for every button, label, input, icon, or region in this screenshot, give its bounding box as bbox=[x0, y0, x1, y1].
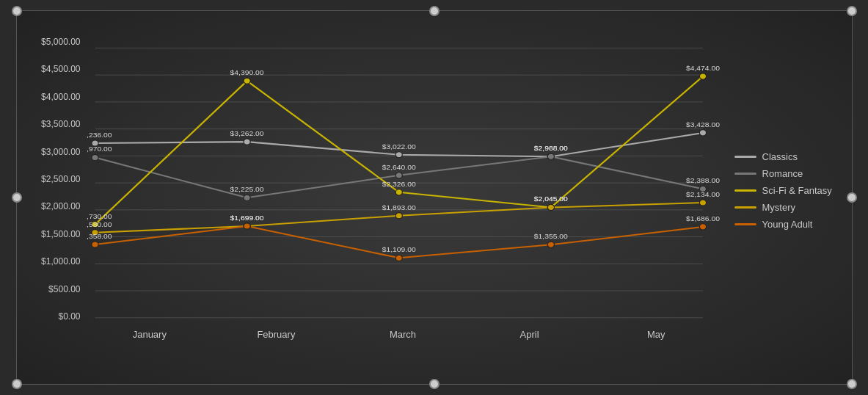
data-label: $1,358.00 bbox=[87, 232, 112, 239]
data-label: $1,355.00 bbox=[533, 233, 568, 240]
data-point bbox=[244, 78, 250, 84]
data-label: $1,893.00 bbox=[382, 203, 416, 211]
data-point bbox=[244, 223, 250, 229]
data-point bbox=[91, 242, 98, 247]
legend-label-text: Mystery bbox=[762, 202, 796, 213]
y-label: $2,500.00 bbox=[41, 174, 80, 184]
data-point bbox=[91, 154, 98, 160]
data-label: $3,236.00 bbox=[87, 131, 112, 138]
corner-ml bbox=[12, 192, 22, 203]
x-label: January bbox=[87, 329, 214, 347]
data-point bbox=[699, 73, 706, 79]
legend-line-color bbox=[734, 223, 756, 225]
legend: ClassicsRomanceSci-Fi & FantasyMysteryYo… bbox=[720, 33, 837, 347]
legend-item: Mystery bbox=[734, 202, 837, 213]
corner-bc bbox=[429, 379, 440, 389]
legend-item: Classics bbox=[734, 151, 837, 162]
data-point bbox=[699, 224, 706, 230]
chart-container: $5,000.00$4,500.00$4,000.00$3,500.00$3,0… bbox=[16, 10, 853, 385]
corner-tl bbox=[12, 6, 22, 16]
data-point bbox=[244, 195, 250, 200]
data-label: $1,730.00 bbox=[87, 212, 112, 220]
data-label: $3,022.00 bbox=[382, 142, 416, 150]
data-point bbox=[547, 242, 554, 247]
data-label: $1,699.00 bbox=[230, 214, 264, 221]
data-point bbox=[699, 130, 706, 136]
x-label: February bbox=[213, 329, 340, 347]
x-label: May bbox=[593, 329, 720, 347]
legend-item: Sci-Fi & Fantasy bbox=[734, 185, 837, 196]
chart-plot-area: $3,236.00$3,262.00$3,022.00$2,988.00$3,4… bbox=[87, 33, 720, 347]
x-label: April bbox=[466, 329, 593, 347]
data-label: $2,970.00 bbox=[87, 145, 112, 153]
data-label: $3,428.00 bbox=[685, 120, 719, 128]
data-point bbox=[395, 189, 402, 195]
data-label: $3,262.00 bbox=[230, 130, 264, 137]
y-label: $2,000.00 bbox=[41, 201, 80, 211]
series-line-sci-fi-&-fantasy bbox=[95, 76, 702, 225]
y-label: $1,500.00 bbox=[41, 229, 80, 239]
x-axis: JanuaryFebruaryMarchAprilMay bbox=[87, 325, 720, 347]
data-point bbox=[699, 200, 706, 206]
data-point bbox=[395, 173, 402, 178]
legend-label-text: Classics bbox=[762, 151, 798, 162]
chart-left: $5,000.00$4,500.00$4,000.00$3,500.00$3,0… bbox=[32, 33, 720, 347]
x-label: March bbox=[340, 329, 467, 347]
legend-line-color bbox=[734, 173, 756, 175]
data-label: $2,134.00 bbox=[685, 190, 719, 198]
y-label: $0.00 bbox=[58, 311, 80, 322]
y-label: $3,500.00 bbox=[41, 119, 80, 129]
data-label: $2,988.00 bbox=[533, 145, 568, 152]
data-label: $2,225.00 bbox=[230, 186, 264, 193]
corner-bl bbox=[12, 379, 22, 389]
corner-br bbox=[847, 379, 857, 389]
data-point bbox=[547, 153, 554, 159]
data-label: $2,388.00 bbox=[685, 177, 719, 184]
y-label: $4,500.00 bbox=[41, 64, 80, 74]
legend-label-text: Romance bbox=[762, 168, 803, 179]
data-point bbox=[395, 255, 402, 261]
y-label: $1,000.00 bbox=[41, 256, 80, 267]
line-chart-svg: $3,236.00$3,262.00$3,022.00$2,988.00$3,4… bbox=[87, 33, 720, 325]
legend-line-color bbox=[734, 206, 756, 209]
data-point bbox=[395, 213, 402, 219]
y-label: $5,000.00 bbox=[41, 37, 80, 47]
y-label: $500.00 bbox=[48, 284, 80, 294]
data-point bbox=[547, 204, 554, 210]
legend-line-color bbox=[734, 189, 756, 192]
corner-tc bbox=[429, 6, 440, 16]
y-label: $3,000.00 bbox=[41, 147, 80, 157]
data-label: $1,686.00 bbox=[685, 214, 719, 222]
data-label: $2,326.00 bbox=[382, 180, 416, 187]
y-label: $4,000.00 bbox=[41, 92, 80, 102]
chart-area: $5,000.00$4,500.00$4,000.00$3,500.00$3,0… bbox=[32, 33, 837, 347]
corner-tr bbox=[847, 6, 857, 16]
data-point bbox=[395, 152, 402, 158]
data-label: $4,474.00 bbox=[685, 64, 719, 71]
data-label: $1,580.00 bbox=[87, 220, 112, 228]
y-axis: $5,000.00$4,500.00$4,000.00$3,500.00$3,0… bbox=[32, 33, 87, 347]
legend-item: Young Adult bbox=[734, 219, 837, 230]
legend-label-text: Sci-Fi & Fantasy bbox=[762, 185, 832, 196]
legend-item: Romance bbox=[734, 168, 837, 179]
legend-line-color bbox=[734, 156, 756, 158]
corner-mr bbox=[847, 192, 857, 203]
data-label: $2,045.00 bbox=[533, 195, 568, 203]
data-label: $2,640.00 bbox=[382, 163, 416, 170]
data-label: $1,109.00 bbox=[382, 246, 416, 253]
data-point bbox=[244, 139, 250, 145]
legend-label-text: Young Adult bbox=[762, 219, 813, 230]
data-label: $4,390.00 bbox=[230, 69, 264, 76]
